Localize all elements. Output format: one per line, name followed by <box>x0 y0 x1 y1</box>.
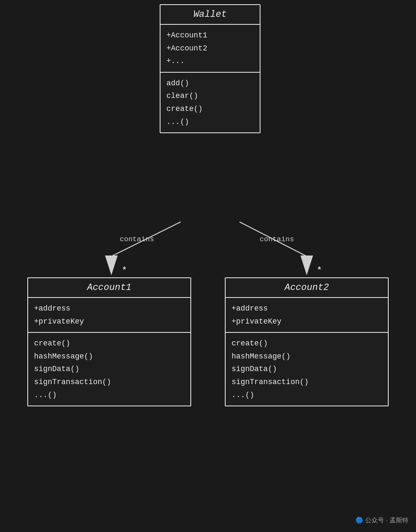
wallet-title: Wallet <box>161 5 260 25</box>
contains-label-left: contains <box>120 235 154 243</box>
svg-marker-3 <box>300 255 313 275</box>
wallet-attributes: +Account1 +Account2 +... <box>161 25 260 73</box>
account2-method-2: hashMessage() <box>232 350 382 363</box>
multiplicity-left: * <box>122 266 127 275</box>
account1-method-3: signData() <box>34 363 184 376</box>
wallet-attr-1: +Account1 <box>166 29 254 42</box>
account1-methods: create() hashMessage() signData() signTr… <box>28 333 190 406</box>
account2-method-5: ...() <box>232 389 382 402</box>
account1-attr-1: +address <box>34 302 184 315</box>
account1-attributes: +address +privateKey <box>28 298 190 333</box>
wallet-method-4: ...() <box>166 116 254 129</box>
account2-attr-1: +address <box>232 302 382 315</box>
wallet-box: Wallet +Account1 +Account2 +... add() cl… <box>160 4 261 133</box>
account1-method-4: signTransaction() <box>34 376 184 389</box>
account2-method-3: signData() <box>232 363 382 376</box>
account2-method-1: create() <box>232 337 382 350</box>
wallet-method-1: add() <box>166 77 254 90</box>
wallet-attr-2: +Account2 <box>166 42 254 55</box>
account1-method-5: ...() <box>34 389 184 402</box>
account1-method-1: create() <box>34 337 184 350</box>
watermark: 🔵 公众号 · 孟斯特 <box>355 516 408 524</box>
account1-title: Account1 <box>28 278 190 298</box>
multiplicity-right: * <box>317 266 322 275</box>
wallet-methods: add() clear() create() ...() <box>161 73 260 132</box>
account2-method-4: signTransaction() <box>232 376 382 389</box>
account2-attributes: +address +privateKey <box>226 298 388 333</box>
wallet-method-3: create() <box>166 103 254 116</box>
diagram-container: contains contains * * Wallet +Account1 +… <box>0 0 416 532</box>
svg-marker-1 <box>105 255 118 275</box>
contains-label-right: contains <box>260 235 294 243</box>
account2-attr-2: +privateKey <box>232 315 382 328</box>
account2-title: Account2 <box>226 278 388 298</box>
wallet-attr-3: +... <box>166 55 254 68</box>
account2-methods: create() hashMessage() signData() signTr… <box>226 333 388 406</box>
account1-method-2: hashMessage() <box>34 350 184 363</box>
account2-box: Account2 +address +privateKey create() h… <box>225 277 389 406</box>
account1-box: Account1 +address +privateKey create() h… <box>27 277 191 406</box>
wallet-method-2: clear() <box>166 90 254 103</box>
account1-attr-2: +privateKey <box>34 315 184 328</box>
